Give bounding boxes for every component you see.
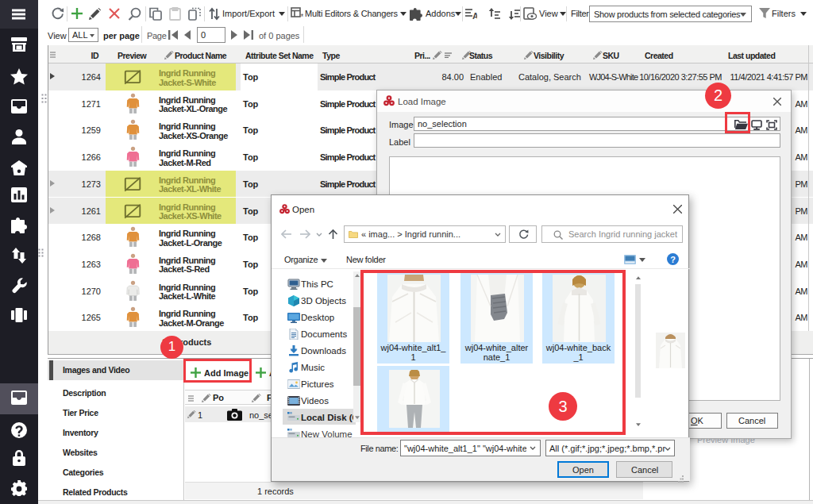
svg-text:*: * <box>301 13 304 20</box>
svg-text:A: A <box>472 11 477 20</box>
